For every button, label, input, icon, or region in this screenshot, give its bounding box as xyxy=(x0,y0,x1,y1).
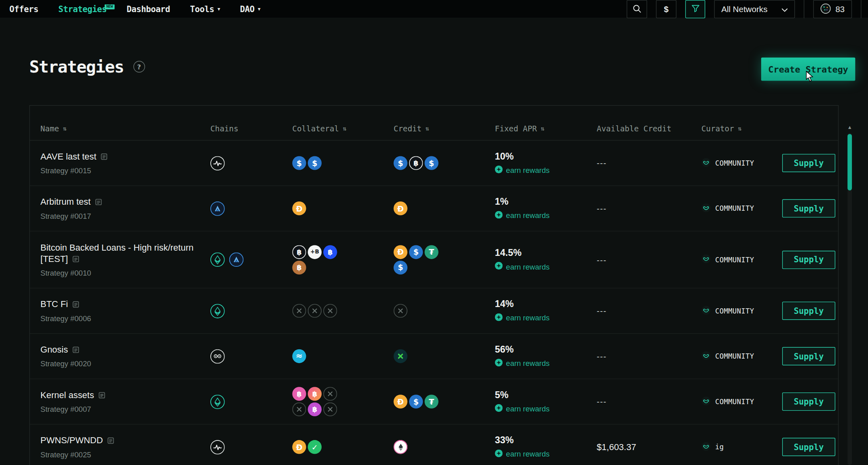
fixed-apr: 14.5% xyxy=(495,247,597,258)
earn-rewards-link[interactable]: earn rewards xyxy=(495,211,597,221)
strategy-name: Bitcoin Backed Loans - High risk/return … xyxy=(40,243,193,263)
unknown-token-icon xyxy=(292,304,306,318)
strategy-name: Arbitrum test xyxy=(40,197,91,206)
column-header-name[interactable]: Name⇅ xyxy=(40,124,210,133)
chains xyxy=(210,156,292,170)
unknown-token-icon xyxy=(323,403,337,416)
supply-button[interactable]: Supply xyxy=(782,392,835,411)
curator-cell: COMMUNITY xyxy=(701,305,782,316)
copy-icon[interactable] xyxy=(72,300,79,311)
supply-button[interactable]: Supply xyxy=(782,438,835,456)
strategy-id: Strategy #0020 xyxy=(40,360,210,368)
sort-icon[interactable]: ⇅ xyxy=(63,125,66,132)
column-header-curator[interactable]: Curator⇅ xyxy=(701,124,782,133)
supply-button[interactable]: Supply xyxy=(782,347,835,365)
column-header-collateral[interactable]: Collateral⇅ xyxy=(292,124,393,133)
fixed-apr: 56% xyxy=(495,344,597,355)
supply-button[interactable]: Supply xyxy=(782,302,835,320)
collateral-tokens: ฿฿฿ xyxy=(292,387,393,416)
nav-tools[interactable]: Tools ▼ xyxy=(190,4,220,14)
copy-icon[interactable] xyxy=(100,152,108,163)
curator-cell: COMMUNITY xyxy=(701,203,782,214)
nav-dashboard[interactable]: Dashboard xyxy=(127,4,170,14)
curator-label: COMMUNITY xyxy=(715,255,754,264)
sort-icon[interactable]: ⇅ xyxy=(426,125,429,132)
supply-button[interactable]: Supply xyxy=(782,154,835,172)
unknown-token-icon xyxy=(308,304,322,318)
chains xyxy=(210,440,292,454)
nav-dao[interactable]: DAO ▼ xyxy=(240,4,260,14)
sort-icon[interactable]: ⇅ xyxy=(541,125,544,132)
earn-rewards-link[interactable]: earn rewards xyxy=(495,449,597,459)
credit-tokens: Ð$₮$ xyxy=(394,245,495,274)
earn-rewards-link[interactable]: earn rewards xyxy=(495,313,597,323)
earn-rewards-link[interactable]: earn rewards xyxy=(495,358,597,368)
supply-button[interactable]: Supply xyxy=(782,251,835,269)
curator-label: COMMUNITY xyxy=(715,204,754,213)
collateral-tokens: ฿+B฿฿ xyxy=(292,245,393,274)
name-cell: Gnosis Strategy #0020 xyxy=(40,344,210,368)
credit-tokens: $฿$ xyxy=(394,156,495,170)
earn-rewards-link[interactable]: earn rewards xyxy=(495,404,597,414)
supply-button[interactable]: Supply xyxy=(782,199,835,218)
help-icon[interactable]: ? xyxy=(133,61,145,73)
dai-icon: Ð xyxy=(394,245,407,259)
token-green-icon: ✓ xyxy=(308,440,322,454)
table-body: AAVE last test Strategy #0015 $$ $฿$ 10%… xyxy=(30,141,838,465)
column-header-fixed-apr[interactable]: Fixed APR⇅ xyxy=(495,124,597,133)
apr-cell: 1% earn rewards xyxy=(495,196,597,220)
nav-offers[interactable]: Offers xyxy=(9,4,38,14)
strategy-id: Strategy #0010 xyxy=(40,269,210,277)
rewards-icon xyxy=(495,449,503,459)
copy-icon[interactable] xyxy=(107,436,114,447)
currency-button[interactable]: $ xyxy=(656,0,677,18)
pulse-chain-icon xyxy=(210,156,225,170)
scroll-up-icon[interactable]: ▲ xyxy=(846,124,853,131)
unknown-token-icon xyxy=(323,387,337,401)
table-row[interactable]: AAVE last test Strategy #0015 $$ $฿$ 10%… xyxy=(30,141,838,186)
search-button[interactable] xyxy=(627,0,647,18)
column-header-credit[interactable]: Credit⇅ xyxy=(394,124,495,133)
chevron-down-icon xyxy=(782,4,788,14)
table-row[interactable]: Arbitrum test Strategy #0017 Ð Ð 1% earn… xyxy=(30,186,838,232)
filter-icon xyxy=(691,4,700,15)
action-cell: Supply xyxy=(782,438,835,456)
points-badge[interactable]: 83 xyxy=(813,0,852,18)
btc-bronze-icon: ฿ xyxy=(292,260,306,274)
table-row[interactable]: Gnosis Strategy #0020 ≈ 56% earn rewards… xyxy=(30,334,838,379)
rewards-icon xyxy=(495,262,503,272)
network-selector[interactable]: All Networks xyxy=(714,0,795,18)
copy-icon[interactable] xyxy=(72,345,79,356)
table-row[interactable]: BTC Fi Strategy #0006 14% earn rewards -… xyxy=(30,289,838,334)
filter-button[interactable] xyxy=(685,0,705,18)
chains xyxy=(210,394,292,409)
sort-icon[interactable]: ⇅ xyxy=(343,125,347,132)
action-cell: Supply xyxy=(782,392,835,411)
table-row[interactable]: Kernel assets Strategy #0007 ฿฿฿ Ð$₮ 5% … xyxy=(30,379,838,425)
unknown-token-icon xyxy=(394,304,407,318)
network-selector-label: All Networks xyxy=(721,4,768,14)
apr-cell: 14% earn rewards xyxy=(495,299,597,323)
curator-icon xyxy=(701,203,710,214)
divider xyxy=(804,0,804,18)
action-cell: Supply xyxy=(782,154,835,172)
btc-blue-icon: ฿ xyxy=(323,245,337,259)
scrollbar[interactable]: ▲ xyxy=(846,124,853,465)
scroll-track[interactable] xyxy=(847,133,852,465)
strategies-table: Name⇅ChainsCollateral⇅Credit⇅Fixed APR⇅A… xyxy=(29,105,839,465)
table-row[interactable]: PWNS/PWNDD Strategy #0025 Ð✓ 33% earn re… xyxy=(30,425,838,465)
apr-cell: 56% earn rewards xyxy=(495,344,597,368)
strategy-id: Strategy #0007 xyxy=(40,405,210,414)
copy-icon[interactable] xyxy=(94,197,102,208)
copy-icon[interactable] xyxy=(72,254,79,265)
scroll-thumb[interactable] xyxy=(847,134,852,190)
sort-icon[interactable]: ⇅ xyxy=(738,125,741,132)
copy-icon[interactable] xyxy=(98,391,106,402)
curator-cell: COMMUNITY xyxy=(701,396,782,407)
earn-rewards-link[interactable]: earn rewards xyxy=(495,262,597,272)
earn-rewards-link[interactable]: earn rewards xyxy=(495,165,597,175)
nav-strategies[interactable]: Strategies NEW xyxy=(58,4,107,14)
table-row[interactable]: Bitcoin Backed Loans - High risk/return … xyxy=(30,231,838,288)
fixed-apr: 33% xyxy=(495,435,597,446)
create-strategy-button[interactable]: Create Strategy xyxy=(761,58,856,81)
